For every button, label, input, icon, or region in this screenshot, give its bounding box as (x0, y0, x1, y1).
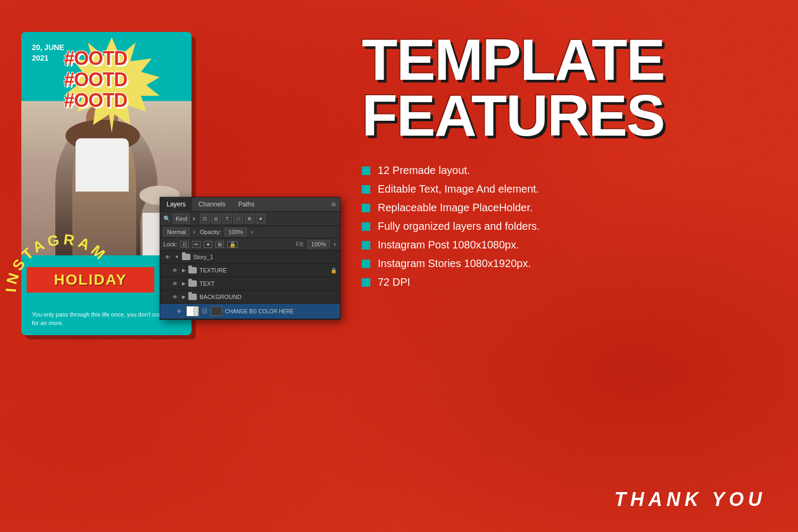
panel-tabs: Layers Channels Paths ≡ (160, 197, 340, 212)
fill-value[interactable]: 100% (307, 240, 330, 248)
hashtag-3: #OOTD (64, 90, 127, 111)
feature-bullet-3 (362, 204, 370, 212)
title-block: TEMPLATE FEATURES (362, 32, 766, 143)
panel-menu-icon[interactable]: ≡ (327, 197, 340, 211)
feature-bullet-6 (362, 260, 370, 268)
filter-icons: ⊡ ◎ T □ ⊕ ● (200, 214, 265, 223)
feature-bullet-2 (362, 185, 370, 194)
layer-name-text: TEXT (200, 280, 214, 287)
filter-shape-icon[interactable]: □ (234, 214, 243, 223)
feature-bullet-1 (362, 167, 370, 175)
thank-you: THANK YOU (614, 488, 766, 511)
layers-panel: Layers Channels Paths ≡ 🔍 Kind ∨ ⊡ ◎ T □… (160, 197, 340, 320)
layer-expand-background[interactable]: ▶ (182, 294, 186, 300)
feature-item-2: Editable Text, Image And element. (362, 183, 766, 195)
feature-text-6: Instagram Stories 1080x1920px. (378, 257, 531, 270)
feature-text-5: Instagram Post 1080x1080px. (378, 239, 519, 251)
opacity-value[interactable]: 100% (225, 228, 247, 236)
blend-mode-row: Normal ∨ Opacity: 100% ∨ (160, 226, 340, 238)
feature-text-3: Replaceable Image PlaceHolder. (378, 202, 533, 214)
filter-dot-icon[interactable]: ● (256, 214, 265, 223)
story-date: 20, JUNE 2021 (32, 43, 64, 63)
layer-change-bg[interactable]: 👁 ⛓ CHANGE BG COLOR HERE (160, 304, 340, 319)
layer-texture[interactable]: 👁 ▶ TEXTURE 🔒 (160, 264, 340, 277)
instagram-arc: INSTAGRAM (5, 234, 122, 351)
right-section: TEMPLATE FEATURES 12 Premade layout. Edi… (362, 32, 766, 295)
layer-text[interactable]: 👁 ▶ TEXT (160, 277, 340, 290)
feature-item-6: Instagram Stories 1080x1920px. (362, 257, 766, 270)
layer-expand-story1[interactable]: ▼ (174, 254, 179, 260)
layer-folder-texture (188, 267, 197, 273)
lock-artboard[interactable]: ⊞ (215, 241, 224, 248)
layer-folder-background (188, 294, 197, 300)
layer-name-story1: Story_1 (193, 254, 213, 260)
layer-eye-texture[interactable]: 👁 (171, 266, 179, 275)
tab-paths[interactable]: Paths (232, 198, 261, 211)
kind-dropdown[interactable]: Kind (173, 214, 190, 223)
title-line2: FEATURES (362, 88, 766, 144)
feature-item-3: Replaceable Image PlaceHolder. (362, 202, 766, 214)
lock-all[interactable]: 🔒 (227, 241, 238, 248)
filter-type-icon[interactable]: T (222, 214, 232, 223)
lock-move[interactable]: ✦ (204, 241, 212, 248)
tab-channels[interactable]: Channels (192, 198, 232, 211)
feature-text-4: Fully organized layers and folders. (378, 220, 540, 232)
layer-name-texture: TEXTURE (200, 267, 227, 273)
layer-name-background: BACKGROUND (200, 294, 242, 300)
layer-eye-story1[interactable]: 👁 (163, 253, 172, 261)
filter-smart-icon[interactable]: ⊕ (245, 214, 254, 223)
feature-bullet-4 (362, 222, 370, 231)
lock-brush[interactable]: ✏ (192, 241, 201, 248)
layer-expand-texture[interactable]: ▶ (182, 268, 186, 273)
feature-text-7: 72 DPI (378, 276, 410, 288)
layer-mask-thumb (211, 306, 222, 316)
feature-text-1: 12 Premade layout. (378, 164, 470, 177)
feature-text-2: Editable Text, Image And element. (378, 183, 539, 195)
feature-bullet-5 (362, 241, 370, 250)
layer-thumb-changebg (186, 306, 199, 317)
filter-pixel-icon[interactable]: ⊡ (200, 214, 210, 223)
lock-pixel[interactable]: ⊡ (180, 241, 189, 248)
lock-row: Lock: ⊡ ✏ ✦ ⊞ 🔒 Fill: 100% ∨ (160, 238, 340, 251)
layer-eye-background[interactable]: 👁 (171, 293, 179, 301)
tab-layers[interactable]: Layers (160, 198, 192, 211)
features-list: 12 Premade layout. Editable Text, Image … (362, 164, 766, 288)
title-line1: TEMPLATE (362, 32, 766, 88)
feature-item-4: Fully organized layers and folders. (362, 220, 766, 232)
hashtags-text: #OOTD #OOTD #OOTD (64, 48, 127, 111)
feature-item-5: Instagram Post 1080x1080px. (362, 239, 766, 251)
svg-text:INSTAGRAM: INSTAGRAM (5, 234, 111, 293)
layer-lock-texture: 🔒 (330, 268, 337, 273)
feature-item-7: 72 DPI (362, 276, 766, 288)
layer-folder-text (188, 280, 197, 287)
layer-expand-text[interactable]: ▶ (182, 281, 186, 286)
layer-eye-changebg[interactable]: 👁 (175, 307, 184, 315)
layer-background[interactable]: 👁 ▶ BACKGROUND (160, 290, 340, 304)
panel-filter-row: 🔍 Kind ∨ ⊡ ◎ T □ ⊕ ● (160, 212, 340, 226)
filter-icon: 🔍 (163, 215, 171, 222)
feature-item-1: 12 Premade layout. (362, 164, 766, 177)
opacity-label: Opacity: (200, 229, 221, 235)
layer-name-changebg: CHANGE BG COLOR HERE (225, 309, 337, 314)
blend-mode-label[interactable]: Normal (163, 228, 189, 236)
layer-folder-story1 (182, 254, 190, 260)
hashtag-1: #OOTD (64, 48, 127, 69)
filter-adjust-icon[interactable]: ◎ (211, 214, 221, 223)
feature-bullet-7 (362, 278, 370, 287)
layer-chain-changebg: ⛓ (202, 307, 208, 315)
lock-label: Lock: (163, 241, 177, 247)
hashtag-2: #OOTD (64, 69, 127, 90)
layer-story1[interactable]: 👁 ▼ Story_1 (160, 251, 340, 264)
layer-eye-text[interactable]: 👁 (171, 279, 179, 288)
